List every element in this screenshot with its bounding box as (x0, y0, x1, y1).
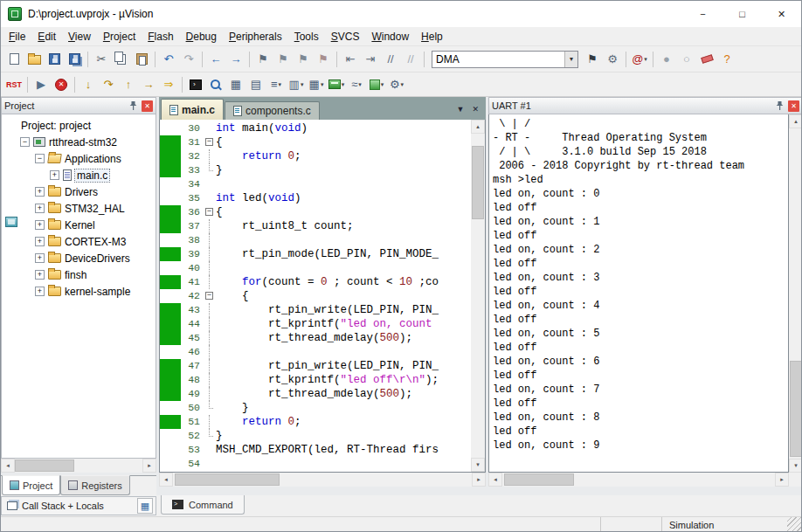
expand-icon[interactable]: + (35, 220, 45, 230)
tab-project[interactable]: Project (2, 475, 60, 495)
bookmark-toggle-icon[interactable]: ⚑ (253, 50, 273, 69)
fold-collapse-icon[interactable]: − (205, 208, 213, 216)
tree-item-applications[interactable]: −Applications (2, 150, 156, 167)
scroll-up-icon[interactable]: ▴ (789, 114, 802, 128)
command-window-icon[interactable]: › (186, 75, 205, 94)
command-tab[interactable]: > Command (161, 495, 245, 515)
scroll-thumb[interactable] (790, 361, 802, 457)
tree-item-main-c[interactable]: +main.c (2, 167, 156, 183)
editor-vscrollbar[interactable]: ▴ ▾ (471, 120, 485, 472)
unindent-icon[interactable]: ⇤ (341, 50, 360, 69)
resize-grip[interactable] (787, 517, 802, 532)
tree-item-drivers[interactable]: +Drivers (2, 183, 156, 200)
tree-item-devicedrivers[interactable]: +DeviceDrivers (2, 250, 156, 266)
kill-breakpoints-icon[interactable] (697, 50, 716, 69)
scroll-thumb[interactable] (504, 473, 574, 486)
stop-icon[interactable]: ✕ (52, 75, 71, 94)
callstack-tab[interactable]: Call Stack + Locals ▦ (1, 496, 156, 515)
undo-icon[interactable]: ↶ (159, 50, 178, 69)
project-hscrollbar[interactable]: ◂ ▸ (1, 459, 156, 473)
pin-icon[interactable] (773, 100, 785, 112)
enable-breakpoint-icon[interactable]: ○ (677, 50, 696, 69)
tree-item-finsh[interactable]: +finsh (2, 266, 156, 283)
tab-main-c[interactable]: main.c (161, 99, 224, 120)
scroll-track[interactable] (173, 473, 472, 487)
scroll-left-icon[interactable]: ◂ (159, 473, 173, 487)
menu-item-flash[interactable]: Flash (142, 28, 179, 45)
show-current-statement-icon[interactable]: ⇒ (159, 75, 178, 94)
chevron-down-icon[interactable]: ▾ (342, 81, 345, 88)
expand-icon[interactable]: + (35, 270, 45, 280)
editor-body[interactable]: 30int main(void)31−{32 return 0;33}3435i… (159, 120, 486, 473)
navigate-back-icon[interactable]: ← (206, 50, 225, 69)
scroll-right-icon[interactable]: ▸ (142, 459, 156, 473)
memory-window-icon[interactable]: ▦▾ (307, 75, 326, 94)
uart-panel-header[interactable]: UART #1 ✕ (488, 97, 802, 114)
scroll-left-icon[interactable]: ◂ (488, 473, 502, 487)
bookmark-next-icon[interactable]: ⚑ (294, 50, 313, 69)
help-icon[interactable]: ? (717, 50, 736, 69)
close-document-icon[interactable]: ✕ (472, 105, 479, 114)
editor-hscrollbar[interactable]: ◂ ▸ (159, 473, 486, 487)
menu-item-tools[interactable]: Tools (288, 28, 325, 45)
chevron-down-icon[interactable]: ▾ (401, 81, 404, 88)
chevron-down-icon[interactable]: ▾ (279, 81, 282, 88)
navigate-forward-icon[interactable]: → (226, 50, 245, 69)
watch-window-icon[interactable]: ▥▾ (287, 75, 306, 94)
menu-item-view[interactable]: View (62, 28, 97, 45)
scroll-track[interactable] (789, 128, 802, 459)
indent-icon[interactable]: ⇥ (361, 50, 380, 69)
scroll-right-icon[interactable]: ▸ (472, 473, 486, 487)
uncomment-icon[interactable]: // (401, 50, 420, 69)
expand-icon[interactable]: + (50, 170, 59, 180)
uart-hscrollbar[interactable]: ◂ ▸ (488, 473, 789, 487)
menu-item-peripherals[interactable]: Peripherals (223, 28, 288, 45)
tree-item-project-project[interactable]: Project: project (2, 117, 156, 134)
fold-collapse-icon[interactable]: − (205, 138, 213, 146)
expand-icon[interactable]: + (35, 204, 45, 213)
configure-target-icon[interactable]: ⚙ (603, 50, 622, 69)
chevron-down-icon[interactable]: ▾ (564, 52, 577, 67)
scroll-track[interactable] (471, 134, 485, 458)
uart-output[interactable]: \ | /- RT - Thread Operating System / | … (488, 114, 789, 473)
system-viewer-icon[interactable]: ▾ (367, 75, 386, 94)
scroll-thumb[interactable] (175, 473, 280, 486)
chevron-down-icon[interactable]: ▾ (644, 56, 647, 63)
project-panel-header[interactable]: Project ✕ (1, 97, 156, 114)
chevron-down-icon[interactable]: ▾ (358, 81, 362, 88)
collapse-icon[interactable]: − (35, 154, 45, 163)
analysis-window-icon[interactable]: ≈▾ (347, 75, 366, 94)
expand-icon[interactable]: + (35, 253, 45, 263)
tab-registers[interactable]: Registers (60, 475, 129, 495)
tree-item-kernel-sample[interactable]: +kernel-sample (2, 283, 156, 300)
reset-icon[interactable]: RST (4, 75, 24, 94)
bookmark-clear-icon[interactable]: ⚑ (314, 50, 333, 69)
insert-breakpoint-icon[interactable]: ● (657, 50, 676, 69)
scroll-track[interactable] (15, 459, 142, 473)
new-file-icon[interactable] (4, 50, 24, 69)
minimize-button[interactable]: − (683, 1, 722, 27)
tree-item-cortex-m3[interactable]: +CORTEX-M3 (2, 233, 156, 250)
pin-icon[interactable] (127, 100, 139, 112)
menu-item-window[interactable]: Window (365, 28, 415, 45)
close-button[interactable]: ✕ (762, 1, 801, 27)
save-icon[interactable] (45, 50, 64, 69)
target-select[interactable]: DMA▾ (432, 51, 578, 68)
uart-vscrollbar[interactable]: ▴ ▾ (789, 114, 802, 473)
copy-icon[interactable] (112, 50, 131, 69)
menu-item-file[interactable]: File (3, 28, 31, 45)
registers-window-icon[interactable]: ▤ (246, 75, 266, 94)
scroll-left-icon[interactable]: ◂ (1, 459, 15, 473)
maximize-button[interactable]: □ (722, 1, 762, 27)
chevron-down-icon[interactable]: ▾ (381, 81, 384, 88)
symbol-window-icon[interactable]: ▦ (226, 75, 245, 94)
tree-item-rtthread-stm32[interactable]: −rtthread-stm32 (2, 134, 156, 150)
comment-icon[interactable]: // (381, 50, 400, 69)
tab-components-c[interactable]: components.c (225, 101, 320, 120)
callstack-window-icon[interactable]: ≡▾ (266, 75, 286, 94)
at-symbol-menu-icon[interactable]: @▾ (630, 50, 649, 69)
chevron-down-icon[interactable]: ▾ (321, 81, 324, 88)
scroll-right-icon[interactable]: ▸ (775, 473, 789, 487)
scroll-down-icon[interactable]: ▾ (789, 459, 802, 473)
scroll-up-icon[interactable]: ▴ (471, 120, 485, 134)
